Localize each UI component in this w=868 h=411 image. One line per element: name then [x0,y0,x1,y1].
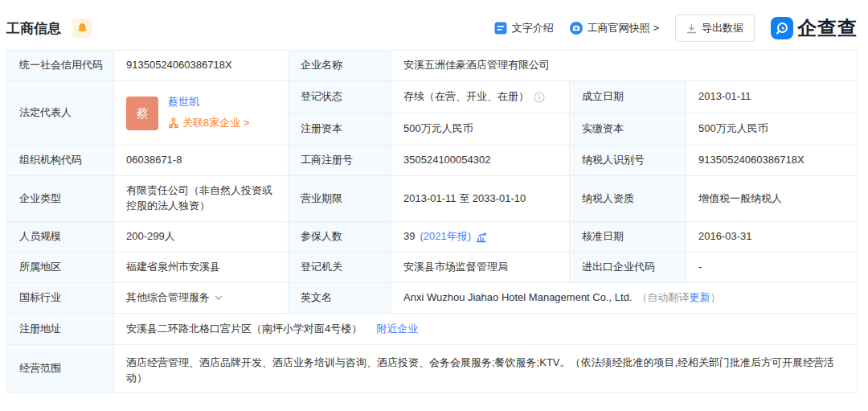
camera-icon [570,22,583,35]
company-name-label: 企业名称 [289,51,391,81]
insured-count-value: 39 (2021年报) [391,222,570,253]
reg-authority-value: 安溪县市场监督管理局 [391,253,570,283]
related-companies-icon [168,117,179,129]
related-companies-link[interactable]: 关联8家企业 > [168,116,249,131]
import-export-code-value: - [686,253,858,283]
bell-icon [77,23,88,34]
translate-update-link[interactable]: 更新 [689,290,710,306]
text-intro-link[interactable]: 文字介绍 [494,21,554,35]
official-snapshot-link[interactable]: 工商官网快照 > [570,21,659,35]
page-title: 工商信息 [6,19,61,38]
industry-label: 国标行业 [7,283,114,314]
legal-rep-value: 蔡 蔡世凯 关联8家企业 > [114,81,289,146]
english-name-text: Anxi Wuzhou Jiahao Hotel Management Co.,… [403,290,632,306]
insured-count-label: 参保人数 [289,222,391,253]
industry-text: 其他综合管理服务 [126,290,210,306]
staff-size-label: 人员规模 [7,222,114,253]
reg-capital-label: 注册资本 [289,113,391,146]
org-code-label: 组织机构代码 [7,146,114,176]
company-type-value: 有限责任公司（非自然人投资或控股的法人独资） [114,176,289,222]
business-info-panel: 工商信息 文字介绍 工商官网快照 > [0,0,868,411]
auto-translate-suffix: ） [710,290,720,306]
english-name-label: 英文名 [289,283,391,314]
establish-date-label: 成立日期 [570,81,686,113]
credit-code-value: 91350524060386718X [114,51,289,81]
export-data-label: 导出数据 [702,21,743,35]
official-snapshot-label: 工商官网快照 > [588,21,659,35]
reg-no-label: 工商注册号 [289,146,391,176]
org-code-value: 06038671-8 [114,146,289,176]
reg-status-value: 存续（在营、开业、在册） [391,81,570,113]
qichacha-logo-icon [771,17,793,39]
info-icon[interactable] [534,92,545,103]
header: 工商信息 文字介绍 工商官网快照 > [0,0,868,50]
taxpayer-quality-value: 增值税一般纳税人 [686,176,858,222]
annual-report-link[interactable]: (2021年报) [420,229,471,245]
qichacha-logo[interactable]: 企查查 [771,15,858,41]
paid-capital-label: 实缴资本 [570,113,686,146]
legal-rep-avatar[interactable]: 蔡 [126,97,158,130]
business-scope-value: 酒店经营管理、酒店品牌开发、酒店业务培训与咨询、酒店投资、会务会展服务;餐饮服务… [114,345,858,393]
industry-value[interactable]: 其他综合管理服务 [114,283,289,314]
address-value: 安溪县二环路北格口宫片区（南坪小学对面4号楼） 附近企业 [114,314,858,345]
credit-code-label: 统一社会信用代码 [7,51,114,81]
qichacha-logo-text: 企查查 [797,15,858,41]
related-companies-label: 关联8家企业 > [182,116,249,131]
reg-authority-label: 登记机关 [289,253,391,283]
region-value: 福建省泉州市安溪县 [114,253,289,283]
insured-count-number: 39 [403,229,415,245]
business-info-table: 统一社会信用代码 91350524060386718X 企业名称 安溪五洲佳豪酒… [6,50,858,393]
company-type-label: 企业类型 [7,176,114,222]
business-scope-label: 经营范围 [7,345,114,393]
chart-icon[interactable] [476,232,487,243]
staff-size-value: 200-299人 [114,222,289,253]
address-text: 安溪县二环路北格口宫片区（南坪小学对面4号楼） [126,322,362,337]
notification-bell-button[interactable] [72,18,92,38]
legal-rep-name-link[interactable]: 蔡世凯 [168,95,249,110]
reg-capital-value: 500万元人民币 [391,113,570,146]
establish-date-value: 2013-01-11 [686,81,858,113]
company-name-value: 安溪五洲佳豪酒店管理有限公司 [391,51,858,81]
download-icon [686,23,697,34]
business-term-value: 2013-01-11 至 2033-01-10 [391,176,570,222]
taxpayer-id-value: 91350524060386718X [686,146,858,176]
import-export-code-label: 进出口企业代码 [570,253,686,283]
reg-no-value: 350524100054302 [391,146,570,176]
approval-date-label: 核准日期 [570,222,686,253]
auto-translate-prefix: （自动翻译 [637,290,689,306]
taxpayer-id-label: 纳税人识别号 [570,146,686,176]
reg-status-text: 存续（在营、开业、在册） [403,89,529,105]
text-intro-icon [494,22,507,35]
chevron-down-icon [215,295,223,301]
english-name-value: Anxi Wuzhou Jiahao Hotel Management Co.,… [391,283,858,314]
export-data-button[interactable]: 导出数据 [675,14,755,42]
reg-status-label: 登记状态 [289,81,391,113]
text-intro-label: 文字介绍 [512,21,554,35]
nearby-companies-link[interactable]: 附近企业 [376,322,418,337]
approval-date-value: 2016-03-31 [686,222,858,253]
taxpayer-quality-label: 纳税人资质 [570,176,686,222]
address-label: 注册地址 [7,314,114,345]
region-label: 所属地区 [7,253,114,283]
paid-capital-value: 500万元人民币 [686,113,858,146]
business-term-label: 营业期限 [289,176,391,222]
legal-rep-label: 法定代表人 [7,81,114,146]
